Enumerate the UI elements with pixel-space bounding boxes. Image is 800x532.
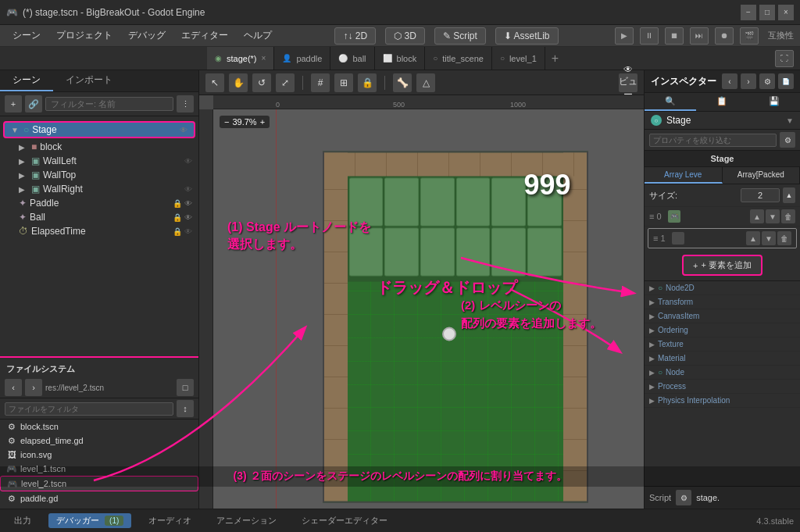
fs-item-icon[interactable]: 🖼 icon.svg xyxy=(0,448,198,462)
tree-item-wallleft[interactable]: ▶ ▣ WallLeft 👁 xyxy=(0,154,198,168)
tab-level-1[interactable]: ○ level_1 xyxy=(492,47,545,70)
array-size-up[interactable]: ▲ xyxy=(783,187,795,203)
process-header[interactable]: ▶ Process xyxy=(649,382,795,391)
zoom-minus[interactable]: − xyxy=(224,117,229,127)
fs-item-paddle[interactable]: ⚙ paddle.gd xyxy=(0,491,198,505)
view-button[interactable]: 👁 ビュー xyxy=(619,73,638,92)
script-gear-button[interactable]: ⚙ xyxy=(676,490,691,505)
link-button[interactable]: 🔗 xyxy=(25,95,42,112)
tree-item-stage[interactable]: ▼ ○ Stage 👁 xyxy=(3,121,195,138)
texture-header[interactable]: ▶ Texture xyxy=(649,340,795,348)
scene-filter-input[interactable] xyxy=(45,97,173,111)
inspector-options[interactable]: ⚙ xyxy=(759,73,775,89)
inspector-tab-properties[interactable]: 🔍 xyxy=(645,93,696,111)
menu-debug[interactable]: デバッグ xyxy=(122,27,172,44)
add-element-button[interactable]: + + 要素を追加 xyxy=(682,255,762,276)
array-type[interactable]: Array[Packed xyxy=(723,167,801,184)
elapsed-lock-icon[interactable]: 🔒 xyxy=(173,227,182,236)
inspector-history-forward[interactable]: › xyxy=(741,73,756,89)
expand-arrow-stage[interactable]: ▼ xyxy=(11,126,20,134)
item-1-move-down[interactable]: ▼ xyxy=(762,231,776,245)
add-tab-button[interactable]: + xyxy=(545,47,565,70)
bottom-tab-debugger[interactable]: デバッガー (1) xyxy=(48,513,131,528)
ball-visibility-icon[interactable]: 👁 xyxy=(184,213,192,222)
node-section-header[interactable]: ▶ ○ Node xyxy=(649,368,795,377)
canvas-rotate-btn[interactable]: ↺ xyxy=(252,73,271,92)
canvas-polygon-btn[interactable]: △ xyxy=(416,73,435,92)
stop-button[interactable]: ⏹ xyxy=(665,27,684,45)
tree-item-block[interactable]: ▶ ■ block xyxy=(0,140,198,154)
tab-title-scene[interactable]: ○ title_scene xyxy=(425,47,492,70)
panel-tab-import[interactable]: インポート xyxy=(53,70,125,91)
tab-stage[interactable]: ◉ stage(*) × xyxy=(207,47,274,70)
mode-2d-button[interactable]: ↑↓ 2D xyxy=(334,27,376,45)
tree-item-wallright[interactable]: ▶ ▣ WallRight 👁 xyxy=(0,182,198,196)
paddle-lock-icon[interactable]: 🔒 xyxy=(173,199,182,208)
tab-paddle[interactable]: 👤 paddle xyxy=(274,47,330,70)
tab-ball[interactable]: ⚪ ball xyxy=(330,47,374,70)
inspector-tab-signals[interactable]: 📋 xyxy=(696,93,748,111)
fs-item-block[interactable]: ⚙ block.tscn xyxy=(0,420,198,434)
filesystem-filter-input[interactable] xyxy=(5,402,173,416)
inspector-filter-input[interactable] xyxy=(649,134,777,147)
node-dropdown-arrow[interactable]: ▼ xyxy=(786,116,794,125)
tab-block[interactable]: ⬜ block xyxy=(375,47,426,70)
canvas-scale-btn[interactable]: ⤢ xyxy=(276,73,295,92)
canvasitem-header[interactable]: ▶ CanvasItem xyxy=(649,312,795,320)
tab-stage-close[interactable]: × xyxy=(262,54,266,62)
canvas-select-btn[interactable]: ↖ xyxy=(205,73,224,92)
zoom-plus[interactable]: + xyxy=(260,117,265,127)
menu-help[interactable]: ヘルプ xyxy=(238,27,278,44)
item-0-move-up[interactable]: ▲ xyxy=(750,209,764,223)
canvas-viewport[interactable]: 0 500 1000 − 39.7% + xyxy=(199,95,644,509)
physics-header[interactable]: ▶ Physics Interpolation xyxy=(649,396,795,405)
fs-back-button[interactable]: ‹ xyxy=(5,379,22,396)
inspector-filter-options[interactable]: ⚙ xyxy=(780,132,795,148)
play-custom-button[interactable]: 🎬 xyxy=(740,27,759,45)
mode-3d-button[interactable]: ⬡ 3D xyxy=(385,27,425,45)
bottom-tab-animation[interactable]: アニメーション xyxy=(209,513,284,528)
visibility-icon[interactable]: 👁 xyxy=(180,126,188,134)
mode-script-button[interactable]: ✎ Script xyxy=(434,27,486,45)
close-button[interactable]: × xyxy=(778,5,794,20)
bottom-tab-output[interactable]: 出力 xyxy=(6,513,39,528)
ordering-header[interactable]: ▶ Ordering xyxy=(649,326,795,334)
fs-item-elapsed[interactable]: ⚙ elapsed_time.gd xyxy=(0,434,198,448)
item-0-delete[interactable]: 🗑 xyxy=(781,209,795,223)
pause-button[interactable]: ⏸ xyxy=(640,27,659,45)
fs-item-level2[interactable]: 🎮 level_2.tscn xyxy=(0,476,198,491)
mode-assetlib-button[interactable]: ⬇ AssetLib xyxy=(495,27,559,45)
material-header[interactable]: ▶ Material xyxy=(649,354,795,362)
add-node-button[interactable]: + xyxy=(5,95,22,112)
menu-project[interactable]: プロジェクト xyxy=(50,27,119,44)
elapsed-visibility-icon[interactable]: 👁 xyxy=(184,227,192,236)
tree-item-elapsed[interactable]: ⏱ ElapsedTime 🔒 👁 xyxy=(0,224,198,238)
item-1-move-up[interactable]: ▲ xyxy=(746,231,760,245)
canvas-grid-btn[interactable]: # xyxy=(311,73,330,92)
fs-item-level1[interactable]: 🎮 level_1.tscn xyxy=(0,462,198,476)
canvas-snap-btn[interactable]: ⊞ xyxy=(334,73,353,92)
bottom-tab-shader[interactable]: シェーダーエディター xyxy=(294,513,395,528)
fs-forward-button[interactable]: › xyxy=(25,379,42,396)
play-scene-button[interactable]: ⏺ xyxy=(715,27,734,45)
bottom-tab-audio[interactable]: オーディオ xyxy=(141,513,199,528)
canvas-lock-btn[interactable]: 🔒 xyxy=(358,73,377,92)
canvas-move-btn[interactable]: ✋ xyxy=(229,73,248,92)
canvas-bone-btn[interactable]: 🦴 xyxy=(393,73,412,92)
maximize-button[interactable]: □ xyxy=(759,5,775,20)
inspector-history-back[interactable]: ‹ xyxy=(722,73,738,89)
step-button[interactable]: ⏭ xyxy=(690,27,709,45)
fs-sort-button[interactable]: ↕ xyxy=(177,400,194,417)
array-label[interactable]: Array Leve xyxy=(645,167,723,184)
paddle-visibility-icon[interactable]: 👁 xyxy=(184,199,192,208)
minimize-button[interactable]: − xyxy=(741,5,756,20)
tree-item-paddle[interactable]: ✦ Paddle 🔒 👁 xyxy=(0,196,198,210)
item-1-delete[interactable]: 🗑 xyxy=(777,231,791,245)
tree-item-ball[interactable]: ✦ Ball 🔒 👁 xyxy=(0,210,198,224)
panel-tab-scene[interactable]: シーン xyxy=(0,70,53,91)
wallright-visibility-icon[interactable]: 👁 xyxy=(184,185,192,194)
inspector-tab-groups[interactable]: 💾 xyxy=(748,93,800,111)
menu-editor[interactable]: エディター xyxy=(175,27,234,44)
node2d-section-header[interactable]: ▶ ○ Node2D xyxy=(649,284,795,292)
transform-header[interactable]: ▶ Transform xyxy=(649,298,795,306)
